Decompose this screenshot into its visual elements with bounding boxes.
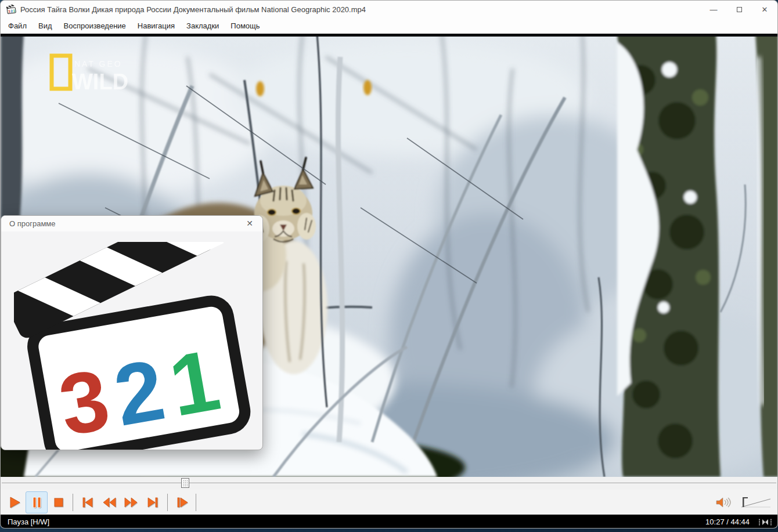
menu-bookmarks[interactable]: Закладки [181, 18, 225, 34]
toolbar-separator [196, 494, 196, 511]
skip-back-button[interactable] [76, 491, 98, 513]
close-button[interactable]: ✕ [752, 1, 777, 18]
audio-channel-icon [758, 518, 773, 526]
menu-help[interactable]: Помощь [225, 18, 265, 34]
fast-forward-icon [123, 494, 139, 511]
time-display: 10:27 / 44:44 [705, 517, 750, 526]
seek-groove [2, 483, 776, 484]
volume-slider-track [739, 495, 772, 509]
frame-step-icon [174, 494, 190, 511]
pause-icon [28, 494, 45, 511]
play-button[interactable] [3, 491, 26, 513]
seek-bar[interactable] [1, 477, 777, 490]
about-dialog-titlebar[interactable]: О программе ✕ [1, 216, 262, 231]
mpc-hc-logo: 3 2 1 [14, 242, 255, 450]
about-dialog: О программе ✕ 3 2 1 [1, 215, 263, 450]
skip-forward-icon [145, 494, 161, 511]
stop-button[interactable] [48, 491, 70, 513]
status-bar: Пауза [H/W] 10:27 / 44:44 [1, 515, 777, 529]
video-canvas[interactable]: NAT GEO WILD О программе ✕ [1, 34, 778, 477]
volume-icon[interactable] [715, 495, 731, 509]
skip-forward-button[interactable] [142, 491, 164, 513]
window-title: Россия Тайга Волки Дикая природа России … [20, 5, 366, 14]
menu-view[interactable]: Вид [33, 18, 58, 34]
frame-step-button[interactable] [171, 491, 193, 513]
fast-forward-button[interactable] [120, 491, 142, 513]
menu-file[interactable]: Файл [2, 18, 33, 34]
volume-slider[interactable] [739, 495, 772, 509]
toolbar-separator [73, 494, 73, 511]
toolbar-separator [167, 494, 168, 511]
rewind-icon [101, 494, 117, 511]
player-toolbar [1, 490, 777, 515]
menu-playback[interactable]: Воспроизведение [58, 18, 132, 34]
playback-state: Пауза [H/W] [1, 517, 49, 526]
pause-button[interactable] [26, 491, 48, 513]
play-icon [6, 494, 23, 511]
maximize-icon [737, 7, 742, 12]
mpc-hc-app-icon: 3 2 1 [6, 5, 16, 15]
rewind-button[interactable] [98, 491, 120, 513]
menubar: Файл Вид Воспроизведение Навигация Закла… [1, 18, 777, 34]
volume-thumb [743, 497, 744, 507]
skip-back-icon [79, 494, 95, 511]
minimize-button[interactable]: — [701, 1, 726, 18]
menu-navigation[interactable]: Навигация [132, 18, 181, 34]
titlebar[interactable]: 3 2 1 Россия Тайга Волки Дикая природа Р… [1, 1, 777, 18]
maximize-button[interactable] [726, 1, 752, 18]
about-dialog-title: О программе [9, 219, 56, 228]
mpc-hc-window: 3 2 1 Россия Тайга Волки Дикая природа Р… [0, 0, 778, 529]
stop-icon [51, 494, 67, 511]
seek-thumb[interactable] [181, 478, 189, 488]
natgeo-logo-main-text: WILD [72, 70, 128, 94]
natgeo-logo-top-text: NAT GEO [74, 59, 123, 68]
about-dialog-close-icon[interactable]: ✕ [245, 216, 254, 231]
